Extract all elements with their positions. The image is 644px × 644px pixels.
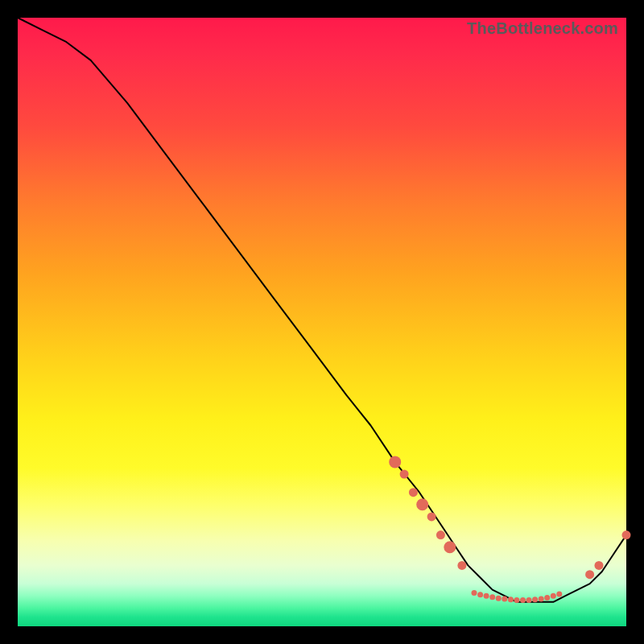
data-marker <box>389 456 401 468</box>
data-marker <box>409 488 418 497</box>
data-marker <box>520 597 526 603</box>
data-marker <box>489 594 495 600</box>
data-marker <box>496 596 502 601</box>
data-marker <box>556 591 562 597</box>
data-marker <box>539 597 544 602</box>
data-marker <box>502 597 507 602</box>
chart-markers <box>389 456 630 603</box>
data-marker <box>622 530 631 539</box>
data-marker <box>416 498 428 510</box>
data-marker <box>400 470 409 479</box>
data-marker <box>444 541 456 553</box>
data-marker <box>484 593 489 599</box>
data-marker <box>457 561 466 570</box>
data-marker <box>526 597 532 603</box>
data-marker <box>514 597 519 603</box>
data-marker <box>595 561 604 570</box>
chart-line <box>18 18 626 602</box>
chart-stage: TheBottleneck.com <box>0 0 644 644</box>
data-marker <box>427 512 436 521</box>
data-marker <box>544 595 550 601</box>
chart-plot-area: TheBottleneck.com <box>18 18 626 626</box>
data-marker <box>472 590 477 596</box>
data-marker <box>551 593 556 599</box>
data-marker <box>477 592 483 597</box>
data-marker <box>585 570 594 579</box>
data-marker <box>436 530 445 539</box>
data-marker <box>532 597 538 602</box>
chart-svg <box>18 18 626 626</box>
data-marker <box>508 597 514 602</box>
